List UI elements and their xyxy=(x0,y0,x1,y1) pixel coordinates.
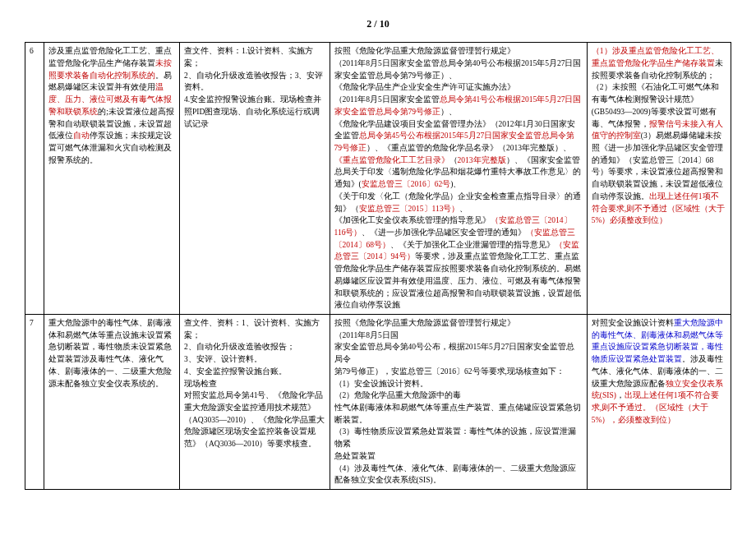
text-run: 查文件、资料：1.设计资料、实施方案；2、自动化升级改造验收报告；3、安评资料。… xyxy=(184,47,324,127)
text-run: 按照《危险化学品重大危险源监督管理暂行规定》（2011年8月5日国家安全监管总局… xyxy=(334,319,581,484)
text-run: 等要求，涉及重点监管危险化工工艺、重点监管危险化学品生产储存装置应按照要求装备自… xyxy=(334,252,581,309)
table-row: 7重大危险源中的毒性气体、剧毒液体和易燃气体等重点设施未设置紧急切断装置，毒性物… xyxy=(25,315,731,490)
text-run: ）、《重点监管的危险化学品名录》（2013年完整版）、 xyxy=(366,144,571,152)
text-run: 《重点监管危险化工工艺目录》 xyxy=(334,156,449,164)
text-run: 安监总管三〔2016〕62号 xyxy=(362,180,451,188)
cell: （1）涉及重点监管危险化工工艺、重点监管危险化学品生产储存装置未按照要求装备自动… xyxy=(587,43,731,315)
row-index: 7 xyxy=(25,315,44,490)
text-run: 未按照要求装备自动化控制系统的；（2）未按照《石油化工可燃气体和有毒气体检测报警… xyxy=(592,59,723,128)
cell: 涉及重点监管危险化工工艺、重点监管危险化学品生产储存装置未按照要求装备自动化控制… xyxy=(44,43,180,315)
text-run: 、《进一步加强化学品罐区安全管理的通知》 xyxy=(362,228,526,237)
cell: 查文件、资料：1.设计资料、实施方案；2、自动化升级改造验收报告；3、安评资料。… xyxy=(179,43,330,315)
text-run: （1）涉及 xyxy=(592,47,629,55)
text-run: 对照安全设施设计资料 xyxy=(592,319,674,327)
document-table: 6涉及重点监管危险化工工艺、重点监管危险化学品生产储存装置未按照要求装备自动化控… xyxy=(25,42,731,490)
text-run: 涉及重点监管危险化工工艺、重点监管危险化学品生产储存装置 xyxy=(48,47,172,67)
cell: 按照《危险化学品重大危险源监督管理暂行规定》（2011年8月5日国家安全监管总局… xyxy=(330,43,587,315)
table-row: 6涉及重点监管危险化工工艺、重点监管危险化学品生产储存装置未按照要求装备自动化控… xyxy=(25,43,731,315)
text-run: (3）易燃易爆储罐未按照《进一步加强化学品罐区安全管理的通知》（安监总管三〔20… xyxy=(592,131,723,201)
row-index: 6 xyxy=(25,43,44,315)
cell: 按照《危险化学品重大危险源监督管理暂行规定》（2011年8月5日国家安全监管总局… xyxy=(330,315,587,490)
text-run: 、《关于加强化工企业泄漏管理的指导意见》 xyxy=(390,241,555,249)
cell: 对照安全设施设计资料重大危险源中的毒性气体、剧毒液体和易燃气体等重点设施应设置紧… xyxy=(587,315,731,490)
cell: 重大危险源中的毒性气体、剧毒液体和易燃气体等重点设施未设置紧急切断装置，毒性物质… xyxy=(44,315,180,490)
text-run: 安监总管三〔2015〕113号） xyxy=(359,205,460,213)
cell: 查文件、资料：1、设计资料、实施方案；2、自动化升级改造验收报告；3、安评、设计… xyxy=(179,315,330,490)
text-run: （ xyxy=(449,156,458,164)
text-run: ， xyxy=(616,391,625,399)
text-run: 查文件、资料：1、设计资料、实施方案；2、自动化升级改造验收报告；3、安评、设计… xyxy=(184,319,325,448)
text-run: 自动 xyxy=(73,131,90,140)
text-run: 2013年完整版 xyxy=(458,156,506,164)
page-number: 2 / 10 xyxy=(25,16,731,32)
text-run: 重大危险源中的毒性气体、剧毒液体和易燃气体等重点设施未设置紧急切断装置，毒性物质… xyxy=(48,319,172,388)
